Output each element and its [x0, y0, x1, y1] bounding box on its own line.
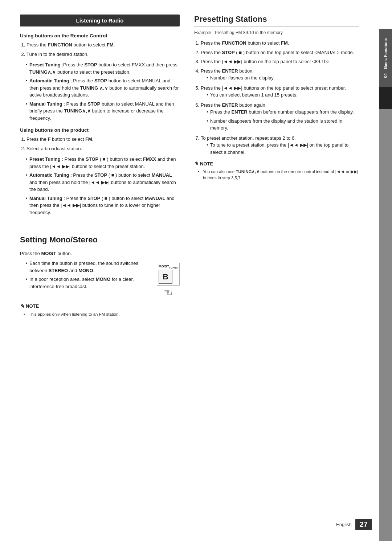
- footer-page-number: 27: [355, 519, 372, 530]
- main-content: Listening to Radio Using buttons on the …: [0, 0, 379, 541]
- side-tab-text: 04 Basic Functions: [383, 38, 388, 78]
- remote-bullet-manual: Manual Tuning : Press the STOP button to…: [26, 101, 180, 122]
- presetting-note-list: You can also use TUNING∧,∨ buttons on th…: [194, 169, 359, 181]
- mono-stereo-section: Setting Mono/Stereo Press the MO/ST butt…: [20, 229, 180, 317]
- product-bullet-preset: Preset Tuning : Press the STOP ( ■ ) but…: [26, 156, 180, 170]
- presetting-title: Presetting Stations: [194, 15, 359, 26]
- preset-step-1: Press the FUNCTION button to select FM.: [201, 40, 359, 47]
- product-title: Using buttons on the product: [20, 127, 180, 133]
- hand-icon: ☜: [164, 286, 173, 298]
- page-footer: English 27: [336, 519, 372, 530]
- product-steps: Press the F button to select FM. Select …: [20, 136, 180, 152]
- chapter-label: Basic Functions: [383, 38, 388, 69]
- product-step-2: Select a broadcast station.: [26, 145, 180, 152]
- presetting-note-item-1: You can also use TUNING∧,∨ buttons on th…: [198, 169, 359, 181]
- step4-bullet-1: Number flashes on the display.: [207, 74, 359, 82]
- mo-st-button: MO/STTUNE# B: [157, 263, 180, 286]
- preset-step-6: Press the ENTER button again. Press the …: [201, 102, 359, 132]
- note-icon: ✎: [20, 303, 24, 309]
- button-letter: B: [163, 272, 168, 282]
- preset-step-2: Press the STOP ( ■ ) button on the top p…: [201, 49, 359, 56]
- right-column: Presetting Stations Example : Presetting…: [194, 15, 359, 320]
- side-tab-label: 04 Basic Functions: [379, 29, 392, 87]
- remote-bullets: Preset Tuning :Press the STOP button to …: [20, 61, 180, 122]
- remote-bullet-auto: Automatic Tuning : Press the STOP button…: [26, 77, 180, 99]
- side-tab-top: [379, 0, 392, 29]
- remote-control-steps: Press the FUNCTION button to select FM. …: [20, 41, 180, 58]
- step7-bullets: To tune to a preset station, press the |…: [201, 142, 359, 156]
- presetting-note-title: ✎ NOTE: [194, 161, 359, 167]
- preset-step-3: Press the |◄◄ ▶▶| button on the top pane…: [201, 58, 359, 65]
- step5-bullet-1: You can select between 1 and 15 presets.: [207, 91, 359, 99]
- side-tab: 04 Basic Functions: [379, 0, 392, 541]
- side-tab-gray: [379, 109, 392, 541]
- presetting-note: ✎ NOTE You can also use TUNING∧,∨ button…: [194, 161, 359, 181]
- product-section: Using buttons on the product Press the F…: [20, 127, 180, 216]
- button-label: MO/STTUNE#: [159, 265, 178, 269]
- note-icon-right: ✎: [194, 161, 199, 167]
- function-bold: FUNCTION: [48, 42, 72, 48]
- mono-stereo-intro: Press the MO/ST button.: [20, 251, 180, 256]
- listening-to-radio-header: Listening to Radio: [20, 15, 180, 26]
- button-box: B: [159, 270, 172, 284]
- step6-bullet-2: Number disappears from the display and t…: [207, 118, 359, 132]
- product-bullets: Preset Tuning : Press the STOP ( ■ ) but…: [20, 156, 180, 216]
- footer-language: English: [336, 522, 352, 527]
- chapter-number: 04: [383, 73, 388, 78]
- columns-layout: Listening to Radio Using buttons on the …: [20, 15, 359, 320]
- mono-stereo-note: ✎ NOTE This applies only when listening …: [20, 303, 180, 317]
- remote-control-title: Using buttons on the Remote Control: [20, 33, 180, 38]
- mono-stereo-title: Setting Mono/Stereo: [20, 235, 180, 247]
- note-title: ✎ NOTE: [20, 303, 180, 309]
- presetting-note-label: NOTE: [200, 161, 213, 167]
- remote-step-2: Tune in to the desired station.: [26, 51, 180, 58]
- mo-st-button-area: MO/STTUNE# B ☜: [157, 261, 180, 298]
- preset-step-4: Press the ENTER button. Number flashes o…: [201, 67, 359, 82]
- remote-step-1: Press the FUNCTION button to select FM.: [26, 41, 180, 49]
- mono-stereo-bullet-1: Each time the button is pressed, the sou…: [26, 260, 150, 274]
- listening-to-radio-label: Listening to Radio: [76, 17, 124, 24]
- note-item-1: This applies only when listening to an F…: [24, 311, 180, 317]
- mono-stereo-bullets: Each time the button is pressed, the sou…: [20, 260, 150, 290]
- step6-bullets: Press the ENTER button before number dis…: [201, 108, 359, 132]
- product-step-1: Press the F button to select FM.: [26, 136, 180, 143]
- left-column: Listening to Radio Using buttons on the …: [20, 15, 180, 320]
- side-tab-dark: [379, 87, 392, 109]
- mono-stereo-bullets-area: Each time the button is pressed, the sou…: [20, 260, 150, 293]
- preset-step-5: Press the |◄◄ ▶▶| buttons on the top pan…: [201, 85, 359, 99]
- step7-bullet-1: To tune to a preset station, press the |…: [207, 142, 359, 156]
- product-bullet-auto: Automatic Tuning : Press the STOP ( ■ ) …: [26, 172, 180, 193]
- button-image-area: Each time the button is pressed, the sou…: [20, 260, 180, 298]
- example-text: Example : Presetting FM 89.10 in the mem…: [194, 30, 359, 35]
- step4-bullets: Number flashes on the display.: [201, 74, 359, 82]
- presetting-steps: Press the FUNCTION button to select FM. …: [194, 40, 359, 156]
- step5-bullets: You can select between 1 and 15 presets.: [201, 91, 359, 99]
- page-container: 04 Basic Functions Listening to Radio Us…: [0, 0, 392, 541]
- step6-bullet-1: Press the ENTER button before number dis…: [207, 108, 359, 116]
- note-label: NOTE: [26, 303, 39, 309]
- remote-bullet-preset: Preset Tuning :Press the STOP button to …: [26, 61, 180, 75]
- mono-stereo-bullet-2: In a poor reception area, select MONO fo…: [26, 276, 150, 290]
- remote-control-section: Using buttons on the Remote Control Pres…: [20, 33, 180, 122]
- preset-step-7: To preset another station, repeat steps …: [201, 135, 359, 156]
- product-bullet-manual: Manual Tuning : Press the STOP ( ■ ) but…: [26, 195, 180, 216]
- fm-bold: FM: [107, 42, 114, 48]
- note-list: This applies only when listening to an F…: [20, 311, 180, 317]
